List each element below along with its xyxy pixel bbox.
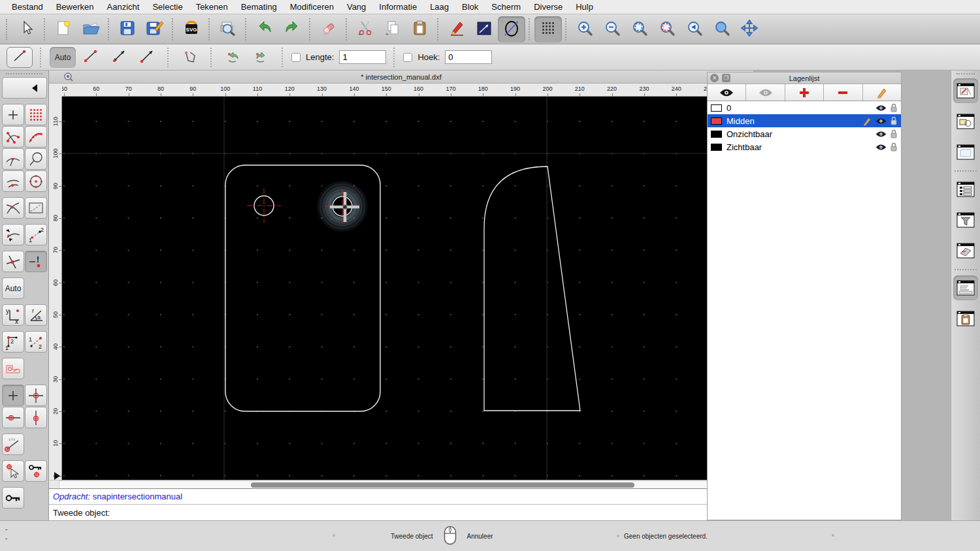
command-input[interactable] <box>110 506 734 519</box>
lengte-checkbox[interactable] <box>291 53 301 62</box>
print-preview-button[interactable] <box>214 16 242 42</box>
zoom-back-button[interactable] <box>681 16 708 42</box>
grid-toggle-button[interactable] <box>534 16 562 42</box>
menu-informatie[interactable]: Informatie <box>372 2 423 12</box>
menu-aanzicht[interactable]: Aanzicht <box>101 2 146 12</box>
relative-polar-button[interactable]: 12 <box>25 331 47 353</box>
coordinate-polar-button[interactable]: ra <box>25 304 47 326</box>
restrict-rectangle-button[interactable] <box>25 197 47 219</box>
hoek-input[interactable] <box>445 50 492 64</box>
layer-lock-icon[interactable] <box>890 103 898 112</box>
panel-close-button[interactable]: ✕ <box>710 74 719 82</box>
paste-button[interactable] <box>406 16 434 42</box>
add-layer-button[interactable] <box>785 84 824 101</box>
pointer-button[interactable] <box>13 16 41 42</box>
edit-entity-button[interactable] <box>443 16 470 42</box>
menu-bewerken[interactable]: Bewerken <box>50 2 101 12</box>
layer-row-midden[interactable]: Midden <box>708 114 901 127</box>
remove-layer-button[interactable] <box>824 84 862 101</box>
menu-bestand[interactable]: Bestand <box>5 2 50 12</box>
layer-lock-icon[interactable] <box>890 142 898 151</box>
delete-button[interactable] <box>315 16 342 42</box>
toolbar-handle[interactable] <box>6 19 10 40</box>
show-all-layers-button[interactable] <box>708 84 746 101</box>
dock-toggle-views[interactable] <box>953 140 978 165</box>
snap-intersection-button[interactable] <box>2 197 24 219</box>
relative-zero-button[interactable] <box>2 487 24 509</box>
snap-on-entity-button[interactable] <box>25 126 47 148</box>
menu-vang[interactable]: Vang <box>340 2 372 12</box>
line-attributes-button[interactable] <box>470 16 498 42</box>
menu-scherm[interactable]: Scherm <box>485 2 527 12</box>
zoom-pan-button[interactable] <box>736 16 763 42</box>
menu-blok[interactable]: Blok <box>455 2 485 12</box>
polyline-redo-button[interactable] <box>248 47 274 68</box>
dock-toggle-properties[interactable] <box>953 177 978 202</box>
layer-row-onzichtbaar[interactable]: Onzichtbaar <box>708 127 901 140</box>
save-button[interactable] <box>114 16 141 42</box>
drawing-canvas[interactable] <box>62 97 743 480</box>
lock-relative-zero-button[interactable] <box>25 460 47 482</box>
menu-laag[interactable]: Laag <box>423 2 455 12</box>
set-relative-zero-button[interactable] <box>2 460 24 482</box>
snap-free-button[interactable] <box>2 104 24 125</box>
back-button[interactable] <box>2 77 47 99</box>
dock-toggle-modify[interactable] <box>953 238 978 263</box>
hide-all-layers-button[interactable] <box>746 84 785 101</box>
line-one-direction-button[interactable] <box>134 47 160 68</box>
layer-visibility-eye-icon[interactable] <box>875 144 887 151</box>
layer-visibility-eye-icon[interactable] <box>875 131 887 138</box>
snap-divide-button[interactable]: 12 <box>25 224 47 245</box>
auto-mode-button[interactable]: Auto <box>50 47 76 68</box>
coordinate-cartesian-button[interactable]: yx <box>2 304 24 326</box>
snap-coordinate-button[interactable] <box>25 385 47 406</box>
restrict-vertical-button[interactable] <box>25 407 47 428</box>
cut-button[interactable]: + <box>351 16 379 42</box>
current-tool-line-button[interactable] <box>7 47 33 68</box>
panel-float-button[interactable]: ❐ <box>722 74 730 82</box>
snap-tangent-button[interactable] <box>2 170 24 192</box>
ellipse-line-button[interactable] <box>498 16 525 42</box>
menu-selectie[interactable]: Selectie <box>146 2 189 12</box>
dock-toggle-blocks[interactable] <box>953 109 978 134</box>
zoom-out-button[interactable] <box>598 16 626 42</box>
snap-endpoints-button[interactable] <box>2 126 24 148</box>
snap-center-button[interactable] <box>25 170 47 192</box>
snap-perpendicular-button[interactable] <box>2 148 24 170</box>
edit-layer-button[interactable] <box>863 84 901 101</box>
layer-visibility-eye-icon[interactable] <box>875 118 887 125</box>
snap-grid-button[interactable] <box>25 104 47 125</box>
polyline-undo-button[interactable] <box>220 47 246 68</box>
menu-bemating[interactable]: Bemating <box>235 2 284 12</box>
undo-button[interactable] <box>251 16 278 42</box>
zoom-previous-button[interactable] <box>653 16 681 42</box>
lengte-input[interactable] <box>339 50 386 64</box>
restrict-ortho-button[interactable] <box>2 358 24 379</box>
menu-hulp[interactable]: Hulp <box>569 2 600 12</box>
new-file-button[interactable] <box>50 16 77 42</box>
polyline-button[interactable] <box>177 47 203 68</box>
restrict-nothing-button[interactable] <box>2 385 24 406</box>
snap-distance-button[interactable] <box>2 224 24 245</box>
dock-toggle-command-line[interactable] <box>953 276 978 300</box>
layer-lock-icon[interactable] <box>890 116 898 125</box>
zoom-in-button[interactable] <box>571 16 598 42</box>
snap-auto-button[interactable]: Auto <box>2 277 24 299</box>
hoek-checkbox[interactable] <box>403 53 412 62</box>
menu-tekenen[interactable]: Tekenen <box>189 2 235 12</box>
line-two-points-button[interactable] <box>78 47 104 68</box>
open-file-button[interactable] <box>77 16 105 42</box>
snapbar-handle[interactable] <box>6 73 42 74</box>
snap-intersection-auto-button[interactable] <box>2 251 24 272</box>
svg-export-button[interactable]: SVG <box>178 16 205 42</box>
layer-row-zichtbaar[interactable]: Zichtbaar <box>708 140 901 153</box>
dock-toggle-layers[interactable] <box>953 78 978 103</box>
restrict-horizontal-button[interactable] <box>2 407 24 428</box>
dock-toggle-selection-filter[interactable] <box>953 208 978 232</box>
dockstrip-handle[interactable] <box>956 73 975 74</box>
snap-intersection-manual-button[interactable]: ! <box>25 251 47 272</box>
snap-reference-button[interactable] <box>25 148 47 170</box>
relative-cartesian-button[interactable]: 21 <box>2 331 24 353</box>
layer-row-0[interactable]: 0 <box>708 101 901 114</box>
menu-diverse[interactable]: Diverse <box>527 2 569 12</box>
